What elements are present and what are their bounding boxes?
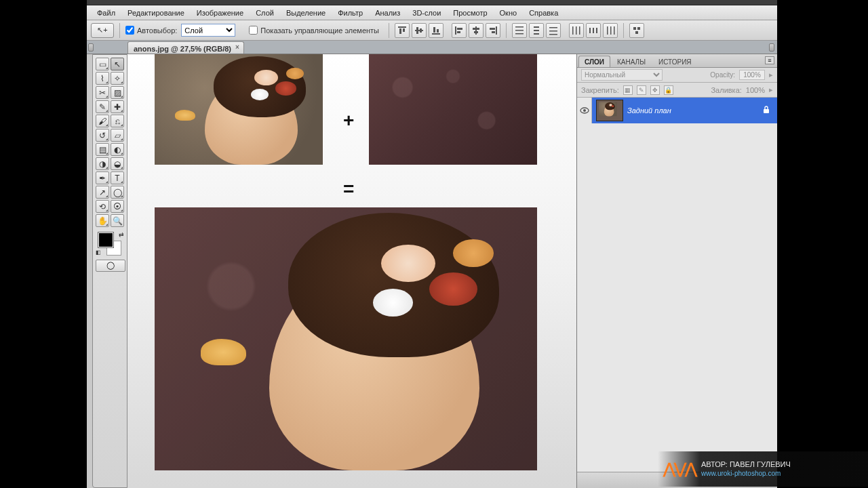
path-select-tool[interactable]: ↗	[96, 186, 109, 199]
auto-align-icon[interactable]	[629, 23, 644, 38]
tab-channels[interactable]: КАНАЛЫ	[611, 56, 652, 67]
lock-pixels-icon[interactable]: ✎	[637, 85, 646, 95]
align-bottom-icon[interactable]	[429, 23, 443, 38]
svg-rect-36	[633, 27, 636, 30]
distribute-vcenter-icon[interactable]	[529, 23, 544, 38]
distribute-top-icon[interactable]	[512, 23, 527, 38]
align-hcenter-icon[interactable]	[469, 23, 484, 38]
close-document-icon[interactable]: ×	[234, 44, 241, 51]
layer-name[interactable]: Задний план	[627, 106, 671, 115]
brush-tool[interactable]: 🖌	[96, 115, 109, 127]
canvas-area[interactable]: + =	[127, 54, 576, 488]
healing-tool[interactable]: ✚	[111, 100, 124, 113]
sponge-tool[interactable]: ◒	[111, 157, 124, 170]
3d-rotate-tool[interactable]: ⟲	[96, 200, 109, 213]
shape-tool[interactable]: ◯	[111, 186, 124, 199]
align-left-icon[interactable]	[452, 23, 467, 38]
align-right-icon[interactable]	[486, 23, 500, 38]
auto-select-checkbox[interactable]: Автовыбор:	[125, 26, 177, 35]
move-tool[interactable]: ↖	[111, 58, 124, 70]
menu-file[interactable]: Файл	[91, 7, 121, 19]
opacity-value[interactable]: 100%	[739, 70, 765, 80]
source-image-2	[369, 54, 537, 165]
hand-tool[interactable]: ✋	[96, 214, 109, 227]
svg-rect-15	[496, 26, 497, 35]
lock-all-icon[interactable]: 🔒	[664, 85, 673, 95]
menu-select[interactable]: Выделение	[280, 7, 332, 19]
menu-help[interactable]: Справка	[523, 7, 564, 19]
tab-history[interactable]: ИСТОРИЯ	[652, 56, 698, 67]
zoom-tool[interactable]: 🔍	[111, 214, 124, 227]
svg-rect-14	[474, 31, 478, 33]
gradient-tool[interactable]: ▤	[96, 143, 109, 156]
color-swatches[interactable]: ⇄ ◧	[96, 231, 125, 256]
menu-layer[interactable]: Слой	[250, 7, 280, 19]
auto-select-label: Автовыбор:	[137, 26, 177, 35]
swap-colors-icon[interactable]: ⇄	[119, 231, 124, 238]
document-tab[interactable]: anons.jpg @ 27,5% (RGB/8) ×	[127, 41, 244, 54]
layers-list[interactable]: Задний план	[577, 98, 777, 472]
lock-transparent-icon[interactable]: ▦	[623, 85, 633, 95]
layer-row-background[interactable]: Задний план	[577, 98, 777, 123]
svg-rect-6	[432, 33, 440, 35]
stamp-tool[interactable]: ⎌	[111, 115, 124, 127]
layer-visibility-icon[interactable]	[577, 98, 592, 123]
history-brush-tool[interactable]: ↺	[96, 129, 109, 142]
quick-mask-button[interactable]: ◯	[96, 260, 125, 272]
menu-window[interactable]: Окно	[494, 7, 524, 19]
default-colors-icon[interactable]: ◧	[96, 249, 101, 256]
dodge-tool[interactable]: ◑	[96, 157, 109, 170]
menu-analysis[interactable]: Анализ	[369, 7, 406, 19]
show-controls-input[interactable]	[249, 26, 258, 35]
distribute-bottom-icon[interactable]	[546, 23, 561, 38]
svg-rect-9	[455, 26, 456, 35]
3d-orbit-tool[interactable]: ⦿	[111, 200, 124, 213]
svg-rect-3	[415, 30, 423, 31]
fill-value[interactable]: 100%	[746, 86, 765, 94]
menu-3d[interactable]: 3D-слои	[406, 7, 447, 19]
distribute-right-icon[interactable]	[603, 23, 618, 38]
plus-symbol: +	[343, 110, 354, 131]
lock-position-icon[interactable]: ✥	[650, 85, 660, 95]
pen-tool[interactable]: ✒	[96, 171, 109, 184]
move-tool-preset-icon[interactable]: ↖+	[91, 23, 114, 38]
left-gutter: ▭↖ ⌇✧ ✂▨ ✎✚ 🖌⎌ ↺▱ ▤◐ ◑◒ ✒T ↗◯ ⟲⦿ ✋🔍 ⇄ ◧ …	[87, 54, 127, 488]
collapse-panels-right-icon[interactable]	[769, 43, 774, 52]
rect-marquee-tool[interactable]: ▭	[96, 58, 109, 70]
separator	[506, 23, 507, 38]
layer-thumbnail[interactable]	[596, 100, 623, 121]
type-tool[interactable]: T	[111, 171, 124, 184]
eyedropper-tool[interactable]: ✎	[96, 100, 109, 113]
tab-layers[interactable]: СЛОИ	[578, 56, 610, 67]
distribute-hcenter-icon[interactable]	[586, 23, 601, 38]
fill-flyout-icon[interactable]: ▸	[769, 85, 773, 94]
align-top-icon[interactable]	[395, 23, 410, 38]
eraser-tool[interactable]: ▱	[111, 129, 124, 142]
show-controls-label: Показать управляющие элементы	[260, 26, 379, 35]
show-transform-controls[interactable]: Показать управляющие элементы	[249, 26, 379, 35]
blur-tool[interactable]: ◐	[111, 143, 124, 156]
collapse-panels-left-icon[interactable]	[88, 43, 94, 52]
blend-mode-select[interactable]: Нормальный	[581, 69, 663, 81]
slice-tool[interactable]: ▨	[111, 86, 124, 99]
auto-select-input[interactable]	[125, 26, 134, 35]
auto-select-scope[interactable]: Слой	[181, 24, 235, 37]
quick-select-tool[interactable]: ✧	[111, 72, 124, 85]
menu-view[interactable]: Просмотр	[447, 7, 493, 19]
align-vcenter-icon[interactable]	[412, 23, 427, 38]
foreground-color[interactable]	[98, 232, 113, 247]
distribute-left-icon[interactable]	[569, 23, 584, 38]
opacity-label: Opacity:	[710, 71, 735, 79]
lock-fill-row: Закрепить: ▦ ✎ ✥ 🔒 Заливка: 100% ▸	[577, 83, 777, 98]
menu-image[interactable]: Изображение	[191, 7, 250, 19]
menu-filter[interactable]: Фильтр	[332, 7, 369, 19]
auto-select-dropdown[interactable]: Слой	[181, 24, 235, 37]
opacity-flyout-icon[interactable]: ▸	[769, 70, 773, 79]
crop-tool[interactable]: ✂	[96, 86, 109, 99]
svg-rect-10	[457, 28, 462, 30]
menu-edit[interactable]: Редактирование	[121, 7, 191, 19]
lasso-tool[interactable]: ⌇	[96, 72, 109, 85]
panel-menu-icon[interactable]: ≡	[765, 56, 774, 64]
separator	[623, 23, 624, 38]
menu-bar: Файл Редактирование Изображение Слой Выд…	[87, 5, 777, 20]
